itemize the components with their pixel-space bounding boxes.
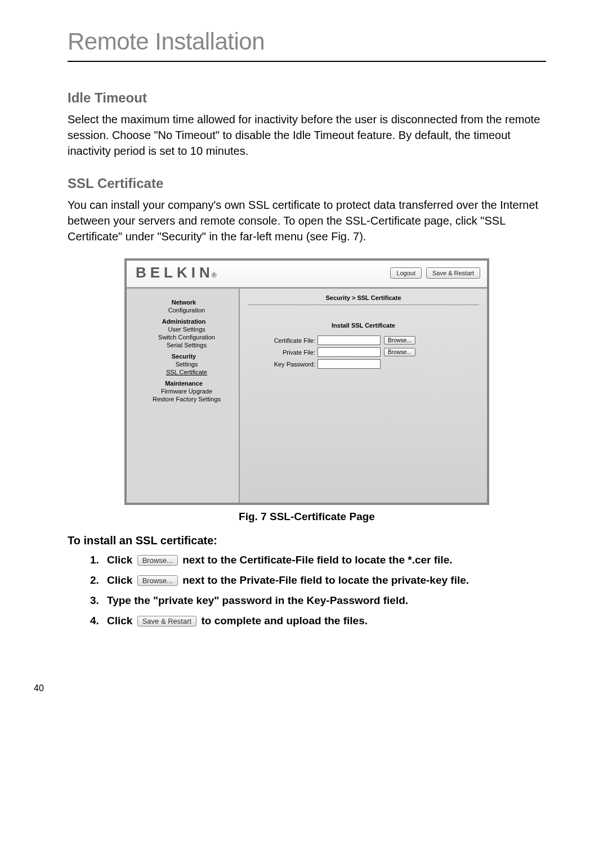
inline-save-restart: Save & Restart: [137, 616, 196, 627]
body-text-ssl: You can install your company's own SSL c…: [68, 197, 546, 244]
browse-priv-button[interactable]: Browse...: [384, 348, 415, 356]
sidebar-group-administration: Administration: [135, 318, 233, 325]
form-row-cert: Certificate File: Browse...: [248, 335, 479, 345]
label-key-password: Key Password:: [248, 361, 318, 368]
body-text-idle: Select the maximum time allowed for inac…: [68, 111, 546, 159]
save-restart-button[interactable]: Save & Restart: [426, 267, 480, 279]
page-number: 40: [34, 683, 546, 693]
sidebar: Network Configuration Administration Use…: [127, 289, 240, 503]
content-panel: Security > SSL Certificate Install SSL C…: [240, 289, 487, 503]
figure-wrap: BELKIN® Logout Save & Restart Network Co…: [68, 258, 546, 523]
step-2-num: 2.: [90, 574, 107, 587]
sidebar-group-network: Network: [135, 299, 233, 306]
step-1-b: next to the Certificate-File field to lo…: [180, 554, 453, 566]
step-4: 4. Click Save & Restart to complete and …: [90, 615, 546, 627]
brand-text: BELKIN: [136, 264, 214, 281]
step-2: 2. Click Browse... next to the Private-F…: [90, 574, 546, 587]
step-1-a: Click: [107, 554, 136, 566]
inline-browse-2: Browse...: [137, 575, 178, 586]
browse-cert-button[interactable]: Browse...: [384, 336, 415, 344]
logout-button[interactable]: Logout: [390, 267, 422, 279]
sidebar-item-configuration[interactable]: Configuration: [135, 307, 233, 314]
header-buttons: Logout Save & Restart: [390, 267, 480, 279]
sidebar-item-switch-configuration[interactable]: Switch Configuration: [135, 334, 233, 341]
step-1: 1. Click Browse... next to the Certifica…: [90, 554, 546, 566]
figure-caption: Fig. 7 SSL-Certificate Page: [68, 511, 546, 523]
input-cert-file[interactable]: [318, 335, 381, 345]
brand-suffix: ®: [212, 271, 217, 279]
sidebar-item-firmware-upgrade[interactable]: Firmware Upgrade: [135, 388, 233, 395]
sidebar-item-user-settings[interactable]: User Settings: [135, 326, 233, 333]
section-heading-idle: Idle Timeout: [68, 90, 546, 106]
sidebar-group-maintenance: Maintenance: [135, 380, 233, 387]
input-private-file[interactable]: [318, 347, 381, 357]
sidebar-item-serial-settings[interactable]: Serial Settings: [135, 342, 233, 348]
input-key-password[interactable]: [318, 359, 381, 369]
brand-logo: BELKIN®: [136, 264, 217, 281]
step-4-text: Click Save & Restart to complete and upl…: [107, 615, 368, 627]
chapter-title: Remote Installation: [68, 28, 546, 62]
panel-title: Install SSL Certificate: [248, 322, 479, 329]
step-2-a: Click: [107, 574, 136, 586]
app-body: Network Configuration Administration Use…: [127, 288, 487, 503]
sidebar-group-security: Security: [135, 353, 233, 360]
step-3: 3. Type the "private key" password in th…: [90, 594, 546, 607]
step-2-text: Click Browse... next to the Private-File…: [107, 574, 469, 587]
install-heading: To install an SSL certificate:: [68, 534, 546, 547]
step-2-b: next to the Private-File field to locate…: [180, 574, 469, 586]
label-private-file: Private File:: [248, 349, 318, 356]
step-4-a: Click: [107, 615, 136, 627]
step-1-num: 1.: [90, 554, 107, 566]
step-4-b: to complete and upload the files.: [198, 615, 368, 627]
install-steps: 1. Click Browse... next to the Certifica…: [68, 554, 546, 627]
breadcrumb: Security > SSL Certificate: [248, 294, 479, 305]
form-row-priv: Private File: Browse...: [248, 347, 479, 357]
app-header: BELKIN® Logout Save & Restart: [127, 261, 487, 288]
form-row-key: Key Password:: [248, 359, 479, 369]
inline-browse-1: Browse...: [137, 555, 178, 566]
sidebar-item-ssl-certificate[interactable]: SSL Certificate: [135, 369, 233, 375]
step-4-num: 4.: [90, 615, 107, 627]
step-1-text: Click Browse... next to the Certificate-…: [107, 554, 453, 566]
sidebar-item-restore-factory[interactable]: Restore Factory Settings: [135, 396, 233, 402]
step-3-num: 3.: [90, 594, 107, 607]
step-3-text: Type the "private key" password in the K…: [107, 594, 408, 607]
app-screenshot: BELKIN® Logout Save & Restart Network Co…: [124, 258, 489, 505]
label-cert-file: Certificate File:: [248, 337, 318, 344]
section-heading-ssl: SSL Certificate: [68, 176, 546, 191]
sidebar-item-settings[interactable]: Settings: [135, 361, 233, 368]
